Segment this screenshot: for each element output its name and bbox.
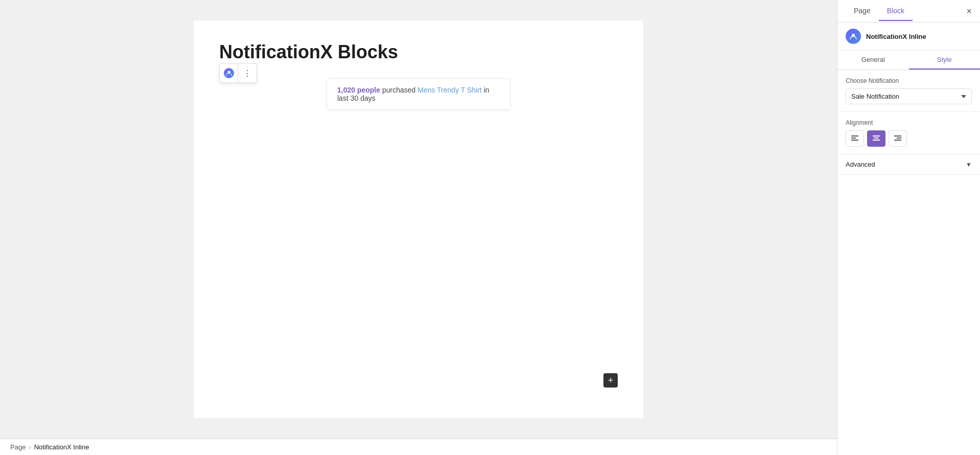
notification-select[interactable]: Sale Notification — [846, 88, 972, 104]
svg-rect-3 — [851, 140, 858, 141]
breadcrumb-separator: › — [29, 443, 31, 451]
align-left-button[interactable] — [846, 130, 864, 147]
block-toolbar: ⋮ — [219, 63, 257, 83]
svg-rect-7 — [894, 135, 901, 136]
svg-rect-4 — [873, 135, 880, 136]
notification-purchased: purchased — [382, 86, 417, 94]
inner-tabs: General Style — [837, 51, 980, 70]
align-center-icon — [873, 135, 880, 142]
notification-label: Choose Notification — [846, 77, 972, 84]
svg-rect-6 — [873, 140, 880, 141]
editor-canvas: NotificationX Blocks ⋮ — [194, 20, 643, 418]
tab-style[interactable]: Style — [909, 51, 981, 70]
block-icon-button[interactable] — [220, 64, 238, 82]
right-sidebar: Page Block × NotificationX Inline Genera… — [837, 0, 980, 455]
close-button[interactable]: × — [966, 7, 972, 16]
notification-product: Mens Trendy T Shirt — [417, 86, 482, 94]
editor-area: NotificationX Blocks ⋮ — [0, 0, 837, 455]
block-menu-button[interactable]: ⋮ — [238, 64, 256, 82]
advanced-section[interactable]: Advanced ▼ — [837, 154, 980, 175]
sidebar-header: Page Block × — [837, 0, 980, 22]
svg-rect-5 — [874, 138, 879, 139]
dots-icon: ⋮ — [243, 69, 252, 78]
notification-section: Choose Notification Sale Notification — [837, 70, 980, 112]
tab-general[interactable]: General — [837, 51, 909, 70]
breadcrumb-page[interactable]: Page — [10, 443, 26, 451]
align-center-button[interactable] — [867, 130, 885, 147]
alignment-label: Alignment — [846, 119, 972, 126]
advanced-label: Advanced — [846, 161, 875, 168]
nx-block-icon — [224, 68, 234, 78]
block-icon — [846, 29, 861, 44]
editor-canvas-wrapper: NotificationX Blocks ⋮ — [0, 0, 837, 439]
alignment-section: Alignment — [837, 112, 980, 154]
chevron-down-icon: ▼ — [966, 161, 972, 168]
alignment-controls — [846, 130, 972, 147]
svg-rect-2 — [851, 138, 856, 139]
block-label-text: NotificationX Inline — [866, 33, 926, 40]
block-label-row: NotificationX Inline — [837, 22, 980, 51]
align-right-button[interactable] — [889, 130, 907, 147]
page-title: NotificationX Blocks — [219, 41, 618, 63]
tab-block[interactable]: Block — [879, 2, 913, 21]
notification-text: 1,020 people purchased Mens Trendy T Shi… — [337, 86, 500, 102]
block-title-wrapper: NotificationX Blocks ⋮ — [219, 41, 618, 63]
breadcrumb: Page › NotificationX Inline — [0, 439, 837, 455]
notification-count: 1,020 people — [337, 86, 380, 94]
align-left-icon — [851, 135, 858, 142]
align-right-icon — [894, 135, 901, 142]
notification-preview: 1,020 people purchased Mens Trendy T Shi… — [326, 78, 510, 110]
sidebar-top-tabs: Page Block — [846, 2, 913, 21]
svg-rect-1 — [851, 135, 858, 136]
tab-page[interactable]: Page — [846, 2, 879, 21]
breadcrumb-current: NotificationX Inline — [34, 443, 89, 451]
add-block-button[interactable]: + — [603, 373, 618, 388]
svg-rect-8 — [897, 138, 901, 139]
svg-rect-9 — [894, 140, 901, 141]
